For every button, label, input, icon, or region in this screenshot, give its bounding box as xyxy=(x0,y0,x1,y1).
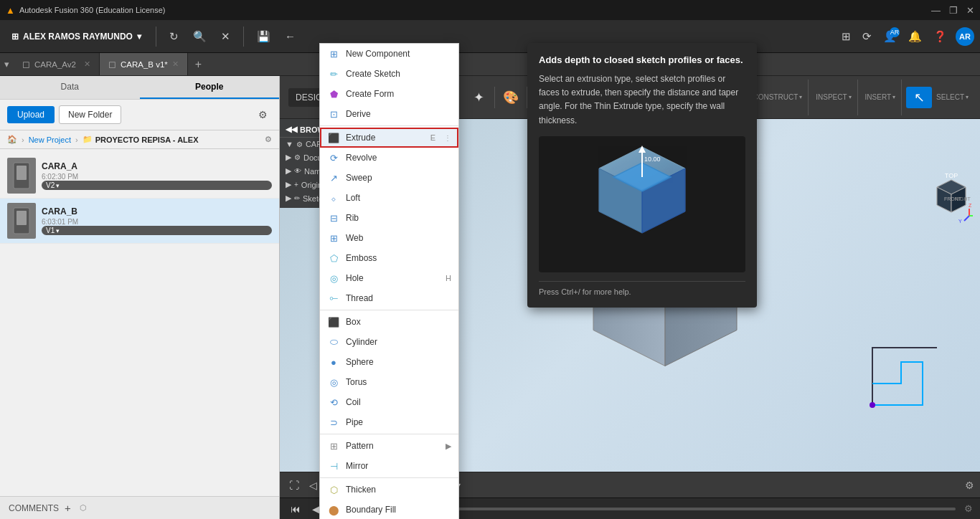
select-cursor-button[interactable]: ↖ xyxy=(906,87,932,108)
browser-collapse-icon[interactable]: ◀◀ xyxy=(286,125,297,134)
menu-item-rib[interactable]: ⊟ Rib xyxy=(320,208,458,228)
new-tab-button[interactable]: + xyxy=(188,53,209,75)
tabbar: ▾ ◻ CARA_Av2 ✕ ◻ CARA_B v1* ✕ + xyxy=(0,53,980,76)
sync-button[interactable]: ⟳ xyxy=(859,27,875,46)
main-layout: Data People Upload New Folder ⚙ 🏠 › New … xyxy=(0,76,980,519)
tab-cara-av2[interactable]: ◻ CARA_Av2 ✕ xyxy=(14,53,100,75)
menu-label-boundary-fill: Boundary Fill xyxy=(346,505,451,515)
version-badge-cara-b[interactable]: V1 ▾ xyxy=(42,226,272,235)
folder-settings-icon[interactable]: ⚙ xyxy=(265,135,272,144)
version-badge-cara-a[interactable]: V2 ▾ xyxy=(42,181,272,190)
svg-point-11 xyxy=(870,402,875,408)
tab-close-1[interactable]: ✕ xyxy=(84,59,90,69)
navigation-cube[interactable]: TOP FRONT RIGHT Z X Y xyxy=(930,169,973,227)
menu-item-revolve[interactable]: ⟳ Revolve xyxy=(320,148,458,168)
notifications-button[interactable]: 🔔 xyxy=(905,27,925,46)
back-button[interactable]: ← xyxy=(281,27,300,45)
people-tab[interactable]: People xyxy=(140,76,280,99)
select-cursor-icon: ↖ xyxy=(914,90,925,105)
menu-item-derive[interactable]: ⊡ Derive xyxy=(320,104,458,124)
extrude-more-icon[interactable]: ⋮ xyxy=(444,134,451,142)
refresh-button[interactable]: ↻ xyxy=(165,27,183,46)
close-doc-button[interactable]: ✕ xyxy=(217,27,235,46)
toolbar-appearance-icon[interactable]: 🎨 xyxy=(498,87,524,108)
menu-label-pipe: Pipe xyxy=(346,417,451,427)
breadcrumb-project[interactable]: New Project xyxy=(29,135,71,144)
new-folder-button[interactable]: New Folder xyxy=(59,105,121,124)
timeline-back-start[interactable]: ⏮ xyxy=(287,502,304,516)
file-item-cara-a[interactable]: CARA_A 6:02:30 PM V2 ▾ xyxy=(0,153,279,199)
browser-doc-icon: ⚙ xyxy=(294,153,301,161)
menu-item-web[interactable]: ⊞ Web xyxy=(320,228,458,248)
menu-item-thread[interactable]: ⟜ Thread xyxy=(320,288,458,308)
bottom-tool-1[interactable]: ⛶ xyxy=(286,477,303,493)
menu-item-pattern[interactable]: ⊞ Pattern ▶ xyxy=(320,436,458,456)
svg-text:Y: Y xyxy=(958,219,962,224)
avatar[interactable]: AR xyxy=(956,27,974,46)
menu-item-mirror[interactable]: ⊣ Mirror xyxy=(320,456,458,476)
menu-item-sweep[interactable]: ↗ Sweep xyxy=(320,168,458,188)
minimize-button[interactable]: — xyxy=(931,5,941,16)
upload-button[interactable]: Upload xyxy=(7,106,55,123)
grid-button[interactable]: ⊞ xyxy=(839,27,854,46)
bottom-settings-icon[interactable]: ⚙ xyxy=(965,480,974,491)
menu-item-extrude[interactable]: ⬛ Extrude E ⋮ xyxy=(320,128,458,148)
thicken-icon: ⬡ xyxy=(327,483,340,496)
menu-item-sphere[interactable]: ● Sphere xyxy=(320,352,458,372)
construct-label[interactable]: CONSTRUCT ▾ xyxy=(750,93,805,101)
menu-item-cylinder[interactable]: ⬭ Cylinder xyxy=(320,332,458,352)
comments-label: COMMENTS xyxy=(9,503,59,513)
inspect-label[interactable]: INSPECT ▾ xyxy=(813,93,854,101)
comments-expand-icon[interactable]: ⬡ xyxy=(80,503,87,513)
menu-item-loft[interactable]: ⬦ Loft xyxy=(320,188,458,208)
thread-icon: ⟜ xyxy=(327,292,340,305)
menu-item-box[interactable]: ⬛ Box xyxy=(320,312,458,332)
svg-rect-1 xyxy=(17,166,27,180)
tab-cara-bv1[interactable]: ◻ CARA_B v1* ✕ xyxy=(100,53,188,75)
timeline-settings-icon[interactable]: ⚙ xyxy=(964,503,973,514)
timeline-track[interactable] xyxy=(418,508,956,510)
menu-item-boundary-fill[interactable]: ⬤ Boundary Fill xyxy=(320,500,458,519)
menu-label-revolve: Revolve xyxy=(346,153,451,163)
breadcrumb-home-icon[interactable]: 🏠 xyxy=(7,135,17,144)
menu-item-hole[interactable]: ◎ Hole H xyxy=(320,268,458,288)
save-button[interactable]: 💾 xyxy=(253,27,275,46)
insert-label[interactable]: INSERT ▾ xyxy=(862,93,899,101)
browser-expand-icon-origin: ▶ xyxy=(286,180,291,189)
select-text: SELECT xyxy=(936,93,964,101)
insert-text: INSERT xyxy=(865,93,892,101)
loft-icon: ⬦ xyxy=(327,191,340,204)
panel-settings-button[interactable]: ⚙ xyxy=(254,106,272,123)
file-time-cara-b: 6:03:01 PM xyxy=(42,218,272,226)
sphere-icon: ● xyxy=(327,356,340,368)
menu-item-torus[interactable]: ◎ Torus xyxy=(320,372,458,392)
menu-item-emboss[interactable]: ⬠ Emboss xyxy=(320,248,458,268)
data-tab[interactable]: Data xyxy=(0,76,140,99)
tab-close-2[interactable]: ✕ xyxy=(172,59,179,69)
comments-add-button[interactable]: + xyxy=(65,502,71,514)
cylinder-icon: ⬭ xyxy=(327,335,340,348)
extrude-icon: ⬛ xyxy=(327,131,340,144)
pipe-icon: ⊃ xyxy=(327,416,340,429)
menu-item-coil[interactable]: ⟲ Coil xyxy=(320,392,458,412)
menu-item-pipe[interactable]: ⊃ Pipe xyxy=(320,412,458,432)
menu-item-create-form[interactable]: ⬟ Create Form xyxy=(320,84,458,104)
help-button[interactable]: ❓ xyxy=(930,27,950,46)
pattern-arrow-icon: ▶ xyxy=(446,442,451,451)
toolbar-plastic-icon[interactable]: ✦ xyxy=(466,87,491,108)
menu-item-create-sketch[interactable]: ✏ Create Sketch xyxy=(320,64,458,84)
app-icon: ▲ xyxy=(6,5,15,16)
restore-button[interactable]: ❐ xyxy=(949,5,958,16)
menu-item-thicken[interactable]: ⬡ Thicken xyxy=(320,480,458,500)
file-item-cara-b[interactable]: CARA_B 6:03:01 PM V1 ▾ xyxy=(0,199,279,244)
bottom-tool-2[interactable]: ◁ xyxy=(306,477,321,493)
tab-nav-button[interactable]: ▾ xyxy=(0,53,14,75)
menu-item-new-component[interactable]: ⊞ New Component xyxy=(320,44,458,64)
close-button[interactable]: ✕ xyxy=(966,5,974,16)
search-button[interactable]: 🔍 xyxy=(189,27,211,46)
select-label[interactable]: SELECT ▾ xyxy=(933,93,971,101)
svg-text:10.00: 10.00 xyxy=(644,156,661,163)
user-menu[interactable]: ⊞ ALEX RAMOS RAYMUNDO ▾ xyxy=(6,29,147,44)
account-button[interactable]: 👤 AR xyxy=(880,27,900,46)
window-controls: — ❐ ✕ xyxy=(931,5,974,16)
